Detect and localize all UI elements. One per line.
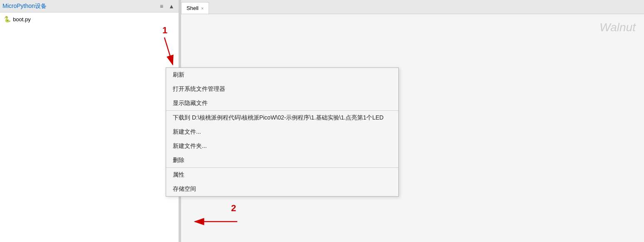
tabs-bar: Shell × [181, 0, 644, 14]
tab-shell-label: Shell [186, 5, 199, 11]
menu-item-delete[interactable]: 删除 [166, 153, 398, 167]
file-name: boot.py [13, 16, 31, 22]
menu-item-properties[interactable]: 属性 [166, 168, 398, 182]
device-title: MicroPython设备 [2, 2, 157, 10]
menu-button[interactable]: ≡ [157, 2, 166, 11]
file-item-bootpy[interactable]: 🐍 boot.py [0, 14, 179, 24]
annotation-number-2: 2 [231, 203, 236, 214]
menu-item-download[interactable]: 下载到 D:\核桃派例程代码\核桃派PicoW\02-示例程序\1.基础实验\1… [166, 111, 398, 125]
tab-shell[interactable]: Shell × [181, 2, 209, 14]
tab-close-icon[interactable]: × [201, 6, 204, 11]
menu-item-show-hidden[interactable]: 显示隐藏文件 [166, 96, 398, 110]
python-icon: 🐍 [3, 15, 11, 23]
menu-section-2: 下载到 D:\核桃派例程代码\核桃派PicoW\02-示例程序\1.基础实验\1… [166, 111, 398, 168]
annotation-number-1: 1 [162, 25, 167, 36]
panel-header: MicroPython设备 ≡ ▲ [0, 0, 179, 12]
menu-item-refresh[interactable]: 刷新 [166, 68, 398, 82]
menu-section-3: 属性 存储空间 [166, 168, 398, 196]
scroll-up-button[interactable]: ▲ [167, 2, 176, 11]
file-panel: MicroPython设备 ≡ ▲ 🐍 boot.py [0, 0, 179, 242]
menu-item-new-folder[interactable]: 新建文件夹... [166, 139, 398, 153]
header-controls: ≡ ▲ [157, 2, 176, 11]
dropdown-menu: 刷新 打开系统文件管理器 显示隐藏文件 下载到 D:\核桃派例程代码\核桃派Pi… [166, 67, 399, 197]
file-list: 🐍 boot.py [0, 12, 179, 26]
menu-item-storage[interactable]: 存储空间 [166, 182, 398, 196]
menu-section-1: 刷新 打开系统文件管理器 显示隐藏文件 [166, 68, 398, 111]
menu-item-open-file-manager[interactable]: 打开系统文件管理器 [166, 82, 398, 96]
menu-item-new-file[interactable]: 新建文件... [166, 125, 398, 139]
app-container: MicroPython设备 ≡ ▲ 🐍 boot.py Shell × Waln… [0, 0, 644, 242]
watermark-text: Walnut [599, 21, 636, 34]
